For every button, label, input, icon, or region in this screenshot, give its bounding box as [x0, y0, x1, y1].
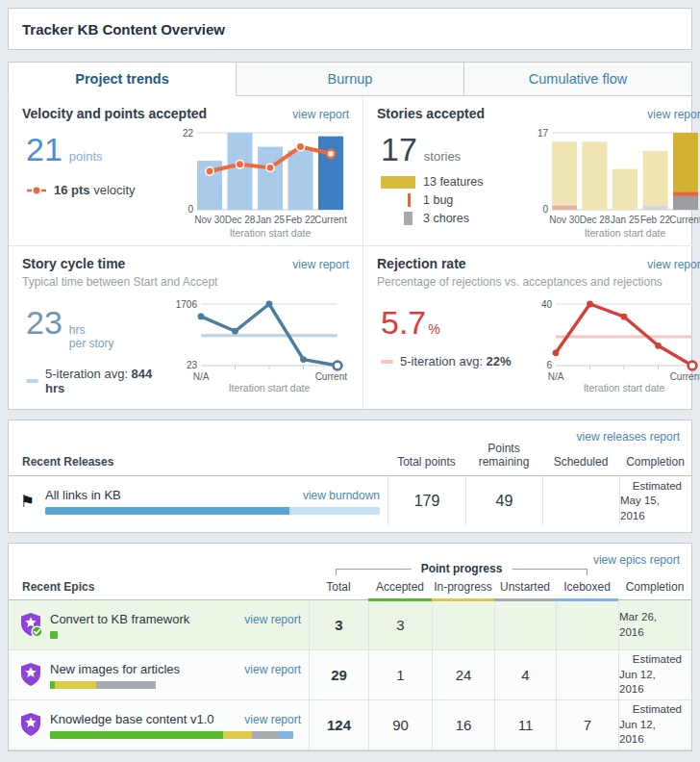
releases-header-row: Recent Releases Total points Points rema…	[9, 442, 691, 476]
stories-big-number: 17	[381, 133, 417, 165]
point-progress-label: Point progress	[412, 562, 512, 575]
epic-unstarted-cell	[494, 600, 556, 649]
svg-text:Current: Current	[315, 371, 348, 382]
svg-text:Iteration start date: Iteration start date	[230, 227, 312, 239]
cycle-legend: 5-iteration avg: 844 hrs	[26, 367, 174, 395]
tab-project-trends[interactable]: Project trends	[8, 62, 237, 96]
velocity-title: Velocity and points accepted	[22, 106, 207, 121]
svg-text:Feb 22: Feb 22	[286, 215, 316, 225]
epic-total-cell: 29	[309, 650, 368, 699]
epic-progress-segment-in_progress	[223, 731, 252, 739]
release-progress-bar	[45, 507, 380, 515]
page-title: Tracker KB Content Overview	[22, 21, 225, 38]
stories-legend: 13 features 1 bug 3 chores	[381, 175, 529, 225]
rejection-big-unit: %	[428, 321, 439, 337]
epic-view-report-link[interactable]: view report	[244, 613, 301, 626]
release-flag-icon: ⚑	[20, 492, 45, 512]
epic-row[interactable]: New images for articlesview report291244…	[9, 650, 691, 700]
svg-text:Current: Current	[669, 215, 700, 225]
cycle-time-title: Story cycle time	[22, 256, 125, 271]
releases-section-title: Recent Releases	[9, 455, 388, 475]
release-row[interactable]: ⚑ All links in KB view burndown 179 49 E…	[9, 476, 691, 526]
svg-text:23: 23	[187, 360, 198, 370]
epic-progress-segment-unstarted	[252, 731, 279, 739]
epic-row[interactable]: Convert to KB frameworkview report33Mar …	[9, 600, 691, 650]
view-burndown-link[interactable]: view burndown	[303, 489, 380, 502]
epic-iceboxed-cell	[556, 650, 618, 699]
tab-burnup[interactable]: Burnup	[236, 62, 464, 96]
bug-swatch-icon	[408, 193, 411, 207]
epic-name-cell: Convert to KB frameworkview report	[9, 600, 309, 649]
col-in-progress: In-progress	[432, 580, 494, 599]
epic-name[interactable]: Convert to KB framework	[50, 612, 189, 626]
stories-title: Stories accepted	[377, 106, 485, 121]
svg-text:22: 22	[183, 128, 194, 139]
col-epic-completion: Completion	[618, 580, 691, 599]
features-swatch-icon	[381, 176, 415, 189]
svg-text:N/A: N/A	[193, 371, 210, 382]
view-releases-report-link[interactable]: view releases report	[577, 430, 680, 444]
svg-text:Current: Current	[670, 371, 700, 382]
stories-quadrant: Stories accepted view report 17 stories …	[362, 96, 700, 245]
epic-completion-cell: EstimatedJun 12, 2016	[618, 650, 691, 699]
svg-text:Jan 25: Jan 25	[256, 215, 285, 225]
stories-view-report-link[interactable]: view report	[647, 108, 700, 121]
rejection-subtitle: Percentage of rejections vs. acceptances…	[377, 275, 700, 289]
rejection-view-report-link[interactable]: view report	[647, 258, 700, 271]
epic-name[interactable]: Knowledge base content v1.0	[50, 712, 214, 726]
cycle-big-number: 23	[26, 306, 62, 339]
svg-text:17: 17	[538, 128, 549, 139]
svg-text:N/A: N/A	[548, 371, 564, 382]
col-unstarted: Unstarted	[494, 580, 556, 599]
release-points-remaining: 49	[465, 476, 542, 526]
svg-text:Iteration start date: Iteration start date	[585, 227, 666, 239]
svg-text:6: 6	[546, 360, 552, 370]
svg-text:0: 0	[188, 204, 193, 215]
svg-text:0: 0	[542, 204, 548, 215]
velocity-view-report-link[interactable]: view report	[292, 108, 349, 121]
epic-progress-segment-accepted	[50, 631, 58, 639]
epic-shield-icon	[20, 662, 43, 688]
chores-swatch-icon	[404, 212, 412, 225]
epic-total-cell: 124	[309, 700, 368, 749]
col-total-points: Total points	[388, 455, 465, 475]
velocity-big-unit: points	[69, 149, 103, 164]
epic-unstarted-cell: 11	[494, 700, 556, 749]
epic-progress-bar	[50, 681, 156, 689]
cycle-time-quadrant: Story cycle time view report Typical tim…	[9, 245, 362, 409]
epic-view-report-link[interactable]: view report	[244, 713, 301, 726]
release-scheduled	[542, 476, 619, 526]
epic-completion-cell: EstimatedJun 12, 2016	[618, 700, 691, 749]
velocity-line-icon	[26, 186, 47, 195]
col-accepted: Accepted	[368, 580, 432, 599]
epic-progress-segment-iceboxed	[279, 731, 293, 739]
svg-text:Nov 30: Nov 30	[549, 215, 580, 225]
rejection-title: Rejection rate	[377, 256, 466, 271]
epic-row[interactable]: Knowledge base content v1.0view report12…	[9, 700, 691, 750]
epic-unstarted-cell: 4	[494, 650, 556, 699]
svg-text:40: 40	[541, 299, 553, 310]
release-name[interactable]: All links in KB	[45, 488, 121, 502]
svg-text:Feb 22: Feb 22	[640, 215, 671, 225]
cycle-time-chart: 170623N/ACurrentIteration start date	[174, 292, 349, 410]
col-points-remaining: Points remaining	[465, 442, 542, 475]
svg-text:Dec 28: Dec 28	[580, 215, 611, 225]
velocity-chart: 220Nov 30Dec 28Jan 25Feb 22CurrentIterat…	[174, 125, 349, 254]
epic-iceboxed-cell: 7	[556, 700, 618, 749]
tab-cumulative-flow[interactable]: Cumulative flow	[463, 62, 692, 96]
epic-view-report-link[interactable]: view report	[244, 663, 301, 676]
cycle-time-view-report-link[interactable]: view report	[292, 258, 349, 271]
epic-total-cell: 3	[309, 600, 368, 649]
epic-name[interactable]: New images for articles	[50, 662, 180, 676]
recent-epics-panel: view epics report Point progress Recent …	[8, 543, 692, 751]
epic-progress-segment-accepted	[50, 731, 223, 739]
tab-bar: Project trends Burnup Cumulative flow	[8, 62, 692, 96]
epic-progress-segment-in_progress	[55, 681, 96, 689]
epic-in-progress-cell: 24	[432, 650, 494, 699]
rejection-legend: 5-iteration avg: 22%	[381, 354, 529, 368]
svg-text:Iteration start date: Iteration start date	[584, 382, 665, 394]
stories-big-unit: stories	[424, 149, 461, 164]
recent-releases-panel: view releases report Recent Releases Tot…	[8, 419, 692, 533]
avg-line-icon	[381, 360, 393, 364]
epic-accepted-cell: 3	[368, 600, 432, 649]
